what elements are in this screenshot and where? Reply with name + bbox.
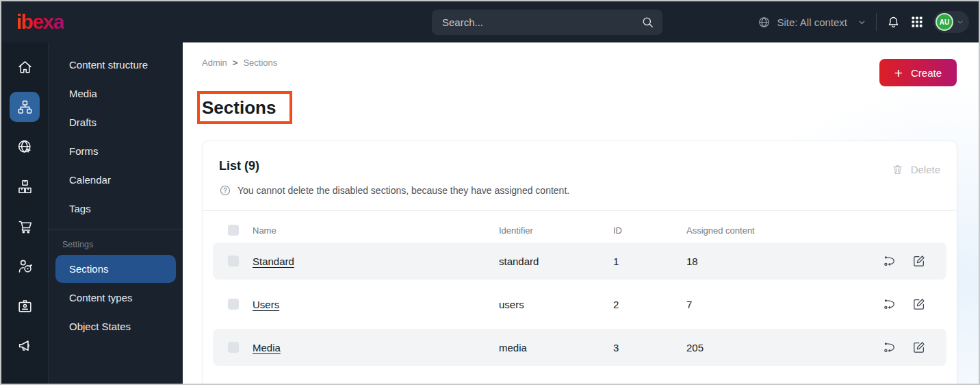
ibexa-logo[interactable]: ibexa: [16, 10, 64, 34]
section-name-cell: Media: [253, 342, 499, 353]
sidebar-item-drafts[interactable]: Drafts: [55, 108, 176, 136]
card-divider: [203, 210, 957, 211]
question-circle-icon[interactable]: [219, 184, 231, 197]
sidebar-item-content-types[interactable]: Content types: [55, 284, 176, 312]
notifications-bell-icon[interactable]: [886, 15, 901, 29]
identifier-cell: media: [499, 342, 613, 353]
app-window: ibexa Site: All context: [0, 0, 980, 385]
sections-list-card: List (9) Delete: [202, 140, 957, 384]
section-name-cell: Standard: [253, 256, 499, 267]
content-structure-icon[interactable]: [10, 92, 40, 122]
sidebar-item-tags[interactable]: Tags: [55, 195, 176, 223]
icon-rail: [1, 42, 48, 384]
sidebar-item-sections[interactable]: Sections: [55, 255, 176, 283]
sidebar-item-content-structure[interactable]: Content structure: [55, 51, 176, 79]
table-row: Media media 3 205: [213, 329, 946, 366]
delete-button[interactable]: Delete: [891, 158, 940, 176]
user-menu[interactable]: AU: [933, 11, 969, 33]
select-all-checkbox[interactable]: [228, 225, 239, 236]
chevron-down-icon: [858, 18, 866, 27]
section-name-cell: Users: [253, 299, 499, 310]
cart-icon[interactable]: [10, 211, 40, 241]
assigned-content-cell: 205: [686, 342, 862, 353]
row-actions: [862, 254, 930, 268]
global-search: [432, 10, 662, 35]
table-row: Standard standard 1 18: [213, 243, 946, 280]
home-icon[interactable]: [10, 52, 40, 82]
main-content: Admin > Sections + Create Sections List …: [183, 42, 979, 384]
breadcrumb-separator: >: [233, 58, 238, 68]
id-cell: 1: [613, 256, 686, 267]
info-message-text: You cannot delete the disabled sections,…: [237, 185, 569, 196]
breadcrumb: Admin > Sections: [202, 58, 277, 68]
user-avatar: AU: [936, 13, 953, 31]
search-icon[interactable]: [641, 16, 654, 29]
settings-group-label: Settings: [49, 237, 183, 255]
megaphone-icon[interactable]: [10, 330, 40, 360]
page-title: Sections: [202, 97, 276, 119]
identifier-cell: users: [499, 299, 613, 310]
id-cell: 2: [613, 299, 686, 310]
search-input[interactable]: [442, 16, 641, 28]
table-row: Users users 2 7: [213, 286, 946, 323]
sidebar-item-forms[interactable]: Forms: [55, 137, 176, 165]
delete-button-label: Delete: [911, 164, 940, 175]
top-bar: ibexa Site: All context: [1, 1, 979, 42]
site-context-dropdown[interactable]: Site: All context: [758, 16, 866, 29]
id-cell: 3: [613, 342, 686, 353]
identifier-cell: standard: [499, 256, 613, 267]
create-button-label: Create: [911, 67, 942, 79]
sidebar-item-object-states[interactable]: Object States: [55, 312, 176, 340]
row-checkbox[interactable]: [228, 342, 239, 353]
sidebar-item-media[interactable]: Media: [55, 79, 176, 108]
site-context-label: Site: All context: [777, 16, 847, 28]
column-header-name: Name: [253, 225, 499, 236]
edit-icon[interactable]: [912, 254, 926, 268]
topbar-divider: [876, 13, 877, 31]
globe-icon: [758, 16, 771, 29]
edit-icon[interactable]: [912, 297, 926, 311]
section-link[interactable]: Standard: [253, 256, 294, 267]
personalization-target-icon[interactable]: [10, 251, 40, 281]
create-button[interactable]: + Create: [879, 59, 957, 86]
trash-icon: [891, 163, 904, 176]
topbar-right-cluster: Site: All context AU: [758, 11, 979, 33]
info-message: You cannot delete the disabled sections,…: [203, 176, 957, 197]
section-link[interactable]: Media: [253, 342, 281, 353]
menu-divider: [49, 229, 183, 230]
chevron-down-icon: [956, 18, 964, 26]
assign-content-icon[interactable]: [883, 254, 897, 268]
row-actions: [862, 340, 930, 354]
assigned-content-cell: 7: [686, 299, 862, 310]
row-checkbox[interactable]: [228, 299, 239, 310]
section-link[interactable]: Users: [253, 299, 279, 310]
row-actions: [862, 297, 930, 311]
assign-content-icon[interactable]: [883, 340, 897, 354]
row-checkbox[interactable]: [228, 256, 239, 266]
list-count-title: List (9): [219, 158, 259, 173]
assign-content-icon[interactable]: [883, 297, 897, 311]
sidebar-item-calendar[interactable]: Calendar: [55, 166, 176, 194]
column-header-id: ID: [613, 225, 686, 236]
app-switcher-grid-icon[interactable]: [910, 15, 924, 29]
plus-icon: +: [894, 66, 903, 80]
site-globe-icon[interactable]: [10, 132, 40, 162]
table-header: Name Identifier ID Assigned content: [213, 215, 946, 243]
assigned-content-cell: 18: [686, 256, 862, 267]
id-badge-icon[interactable]: [10, 290, 40, 321]
column-header-assigned-content: Assigned content: [686, 225, 862, 236]
breadcrumb-sections: Sections: [243, 58, 277, 68]
products-boxes-icon[interactable]: [10, 171, 40, 201]
column-header-identifier: Identifier: [499, 225, 613, 236]
edit-icon[interactable]: [912, 340, 926, 354]
breadcrumb-admin[interactable]: Admin: [202, 58, 227, 68]
sidebar-menu: Content structure Media Drafts Forms Cal…: [48, 42, 183, 384]
